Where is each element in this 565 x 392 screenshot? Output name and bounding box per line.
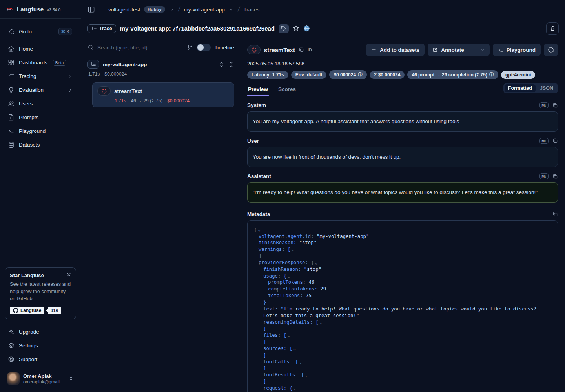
- add-to-datasets-button[interactable]: Add to datasets: [366, 44, 425, 56]
- markdown-toggle-icon[interactable]: M↓: [539, 173, 549, 179]
- copy-icon[interactable]: [552, 138, 558, 143]
- collapse-caret-icon[interactable]: ⌄: [292, 247, 294, 252]
- star-icon[interactable]: [293, 25, 299, 32]
- copy-icon[interactable]: [552, 211, 558, 217]
- copy-id-icon[interactable]: [299, 47, 304, 53]
- markdown-toggle-icon[interactable]: M↓: [539, 102, 549, 108]
- annotate-dropdown-button[interactable]: [476, 44, 490, 56]
- langfuse-logo-icon: [6, 5, 14, 13]
- chevron-down-icon[interactable]: [229, 7, 234, 12]
- format-json[interactable]: JSON: [536, 84, 557, 92]
- list-tree-icon: [91, 26, 97, 31]
- sidebar-item-label: Tracing: [19, 73, 36, 79]
- json-line: toolResults: [⌄: [254, 372, 551, 378]
- voltagent-logo-icon: [247, 45, 261, 54]
- app-version: v3.54.0: [47, 7, 60, 12]
- detail-scroll-area[interactable]: System M↓ You are my-voltagent-app. A he…: [247, 96, 558, 392]
- collapse-caret-icon[interactable]: ⌄: [315, 261, 317, 265]
- annotate-button[interactable]: Annotate: [428, 44, 469, 56]
- sidebar-item-datasets[interactable]: Datasets: [5, 138, 76, 152]
- chevron-right-icon: [67, 74, 73, 79]
- sidebar-item-users[interactable]: Users: [5, 97, 76, 111]
- trace-header-bar: Trace my-voltagent-app: 7f71abbdcef2aa58…: [81, 19, 565, 38]
- sidebar-item-label: Datasets: [19, 142, 40, 148]
- sidebar-item-label: Dashboards: [19, 60, 47, 65]
- json-line: toolCalls: [⌄: [254, 359, 551, 365]
- voltagent-logo-icon: [97, 86, 111, 96]
- sidebar-item-home[interactable]: Home: [5, 42, 76, 56]
- sidebar-item-label: Home: [19, 46, 33, 52]
- info-icon[interactable]: ⓘ: [489, 71, 494, 78]
- chevron-down-icon[interactable]: [169, 7, 174, 12]
- collapse-caret-icon[interactable]: ⌄: [293, 347, 296, 351]
- info-icon[interactable]: ⓘ: [358, 71, 363, 78]
- json-line: totalTokens: 75: [254, 292, 551, 299]
- observation-badges: Latency: 1.71sEnv: default$0.000024ⓘΣ $0…: [247, 70, 558, 79]
- collapse-caret-icon[interactable]: ⌄: [288, 333, 290, 338]
- public-globe-icon[interactable]: [303, 25, 310, 32]
- close-icon[interactable]: [66, 272, 72, 278]
- format-formatted[interactable]: Formatted: [505, 84, 536, 92]
- breadcrumb-separator: /: [177, 5, 181, 13]
- section-title-metadata: Metadata: [247, 211, 270, 217]
- trace-latency: 1.71s: [88, 71, 100, 77]
- collapse-caret-icon[interactable]: ⌄: [320, 320, 322, 325]
- sidebar-item-evaluation[interactable]: Evaluation: [5, 83, 76, 97]
- terminal-icon: [498, 47, 503, 53]
- annotate-split-button: Annotate: [428, 44, 490, 56]
- collapse-caret-icon[interactable]: ⌄: [305, 373, 308, 377]
- sidebar-item-tracing[interactable]: Tracing: [5, 69, 76, 83]
- tag-icon[interactable]: [279, 24, 289, 33]
- copy-icon[interactable]: [552, 174, 558, 179]
- trace-title: my-voltagent-app: 7f71abbdcef2aa580291a1…: [120, 25, 275, 32]
- metric-badge: gpt-4o-mini: [501, 71, 535, 79]
- copy-icon[interactable]: [552, 103, 558, 108]
- section-title-user: User: [247, 138, 259, 144]
- breadcrumb-project[interactable]: my-voltagent-app: [184, 7, 225, 13]
- timeline-toggle[interactable]: [197, 44, 211, 51]
- main-area: voltagent-test Hobby / my-voltagent-app …: [81, 0, 565, 392]
- expand-all-icon[interactable]: [219, 62, 224, 67]
- goto-command-palette[interactable]: Go to... ⌘ K: [5, 25, 76, 38]
- sidebar-item-support[interactable]: Support: [5, 352, 76, 366]
- json-line: request: {⌄: [254, 385, 551, 392]
- sidebar-item-dashboards[interactable]: Dashboards Beta: [5, 56, 76, 69]
- github-icon: [13, 308, 18, 313]
- user-menu[interactable]: Omer Aplak omeraplak@gmail....: [5, 370, 76, 387]
- search-input[interactable]: Search (type, title, id): [87, 44, 183, 51]
- json-line: sources: [⌄: [254, 345, 551, 352]
- sidebar-item-upgrade[interactable]: Upgrade: [5, 325, 76, 339]
- users-icon: [8, 100, 15, 107]
- comment-button[interactable]: [544, 44, 558, 56]
- github-star-button[interactable]: Langfuse: [10, 307, 44, 314]
- json-line: ]: [254, 378, 551, 385]
- collapse-caret-icon[interactable]: ⌄: [293, 386, 296, 390]
- tab-preview[interactable]: Preview: [247, 85, 269, 96]
- sidebar-item-settings[interactable]: Settings: [5, 339, 76, 352]
- sidebar-item-playground[interactable]: Playground: [5, 124, 76, 138]
- breadcrumb-separator: /: [237, 5, 241, 13]
- collapse-caret-icon[interactable]: ⌄: [288, 274, 290, 278]
- filter-settings-icon[interactable]: [187, 44, 193, 51]
- github-star-widget: Langfuse 11k: [10, 307, 71, 314]
- sidebar-item-label: Evaluation: [19, 87, 44, 93]
- json-line: text: "I'm ready to help! What questions…: [254, 306, 551, 319]
- delete-trace-button[interactable]: [546, 22, 559, 35]
- sidebar-item-prompts[interactable]: Prompts: [5, 111, 76, 124]
- breadcrumb-org[interactable]: voltagent-test: [108, 7, 140, 13]
- id-label: ID: [308, 47, 312, 52]
- tab-scores[interactable]: Scores: [277, 85, 297, 96]
- markdown-toggle-icon[interactable]: M↓: [539, 138, 549, 144]
- panel-left-toggle-icon[interactable]: [87, 6, 95, 13]
- playground-button[interactable]: Playground: [493, 44, 541, 56]
- collapse-caret-icon[interactable]: ⌄: [299, 360, 302, 364]
- json-line: ]: [254, 339, 551, 345]
- json-line: promptTokens: 46: [254, 279, 551, 286]
- json-line: warnings: [⌄: [254, 246, 551, 253]
- trace-root-node[interactable]: my-voltagent-app: [87, 60, 234, 69]
- breadcrumb-section[interactable]: Traces: [244, 7, 260, 13]
- observation-node-streamtext[interactable]: streamText 1.71s 46 → 29 (Σ 75) $0.00002…: [92, 82, 234, 107]
- collapse-all-icon[interactable]: [228, 62, 234, 67]
- collapse-caret-icon[interactable]: ⌄: [258, 228, 260, 232]
- github-button-label: Langfuse: [20, 308, 41, 313]
